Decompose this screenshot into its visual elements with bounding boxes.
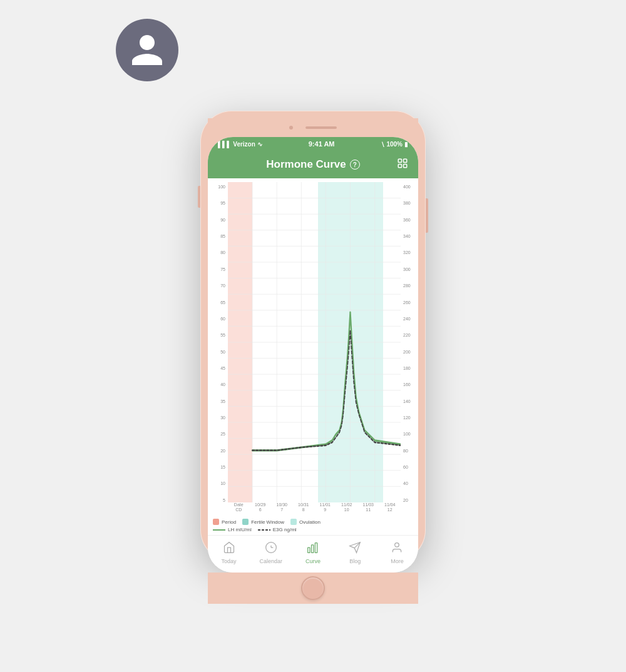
legend-fertile: Fertile Window <box>242 519 284 525</box>
status-left: ▌▌▌ Verizon ∿ <box>218 141 262 148</box>
period-swatch <box>213 519 219 525</box>
x-label-1104: 11/0412 <box>379 502 401 513</box>
phone-device: ▌▌▌ Verizon ∿ 9:41 AM ∖ 100% ▮ Hormone C… <box>200 111 426 561</box>
legend-lh: LH mIU/ml <box>213 527 252 532</box>
signal-bars: ▌▌▌ <box>218 141 231 148</box>
chart-area: 10095908580 7570656055 5045403530 252015… <box>208 178 418 535</box>
lh-label: LH mIU/ml <box>228 527 252 532</box>
phone-screen: ▌▌▌ Verizon ∿ 9:41 AM ∖ 100% ▮ Hormone C… <box>208 137 418 573</box>
avatar <box>116 19 178 81</box>
app-title-group: Hormone Curve ? <box>266 158 360 171</box>
calendar-label: Calendar <box>260 558 283 564</box>
wifi-icon: ∿ <box>257 141 262 148</box>
hormone-chart-svg <box>228 182 401 502</box>
svg-point-35 <box>395 543 399 547</box>
calendar-icon <box>265 541 277 557</box>
x-label-1030: 10/307 <box>271 502 293 513</box>
status-time: 9:41 AM <box>309 140 335 148</box>
share-button[interactable] <box>397 158 408 172</box>
fertile-swatch <box>242 519 249 525</box>
fertile-label: Fertile Window <box>251 519 284 525</box>
legend-ovulation: Ovulation <box>290 519 321 525</box>
ovulation-label: Ovulation <box>299 519 321 525</box>
nav-today[interactable]: Today <box>208 541 250 564</box>
legend-row-1: Period Fertile Window Ovulation <box>213 519 413 525</box>
x-label-1029: 10/296 <box>250 502 272 513</box>
carrier-name: Verizon <box>233 141 255 148</box>
home-button[interactable] <box>301 576 325 600</box>
status-right: ∖ 100% ▮ <box>381 141 408 148</box>
more-label: More <box>391 558 404 564</box>
y-axis-right: 400380360340320 300280260240220 20018016… <box>401 182 418 516</box>
lh-line-swatch <box>213 529 225 531</box>
x-label-1101: 11/019 <box>314 502 336 513</box>
svg-rect-34 <box>315 543 317 553</box>
e3g-label: E3G ng/ml <box>273 527 297 532</box>
legend-row-2: LH mIU/ml E3G ng/ml <box>213 527 413 532</box>
chart-legend: Period Fertile Window Ovulation LH mIU/m… <box>208 516 418 535</box>
x-axis: DateCD 10/296 10/307 10/318 11/019 <box>228 502 401 516</box>
svg-rect-33 <box>312 545 314 553</box>
nav-calendar[interactable]: Calendar <box>250 541 292 564</box>
nav-blog[interactable]: Blog <box>334 541 376 564</box>
chart-wrapper: 10095908580 7570656055 5045403530 252015… <box>208 182 418 516</box>
svg-rect-1 <box>404 159 407 162</box>
x-label-1031: 10/318 <box>293 502 315 513</box>
legend-period: Period <box>213 519 236 525</box>
home-button-area <box>208 573 418 604</box>
nav-more[interactable]: More <box>376 541 418 564</box>
nav-curve[interactable]: Curve <box>292 541 334 564</box>
status-bar: ▌▌▌ Verizon ∿ 9:41 AM ∖ 100% ▮ <box>208 137 418 151</box>
svg-rect-3 <box>404 164 407 167</box>
help-icon: ? <box>353 161 357 168</box>
home-icon <box>223 541 235 557</box>
bluetooth-icon: ∖ <box>381 141 384 148</box>
lh-curve-line <box>252 312 401 451</box>
front-camera <box>289 126 293 130</box>
period-label: Period <box>222 519 236 525</box>
curve-icon <box>307 541 319 557</box>
more-icon <box>391 541 403 557</box>
blog-label: Blog <box>349 558 361 564</box>
help-button[interactable]: ? <box>350 160 360 170</box>
today-label: Today <box>222 558 237 564</box>
x-label-1103: 11/0311 <box>357 502 379 513</box>
curve-label: Curve <box>305 558 321 564</box>
x-label-1102: 11/0210 <box>336 502 358 513</box>
legend-e3g: E3G ng/ml <box>258 527 297 532</box>
blog-icon <box>349 541 361 557</box>
chart-content: DateCD 10/296 10/307 10/318 11/019 <box>228 182 401 516</box>
app-titlebar: Hormone Curve ? <box>208 151 418 178</box>
svg-rect-32 <box>308 547 310 552</box>
ovulation-swatch <box>290 519 297 525</box>
top-sensor-area <box>208 118 418 137</box>
x-label-header: DateCD <box>228 502 250 513</box>
y-axis-left: 10095908580 7570656055 5045403530 252015… <box>208 182 228 516</box>
app-title-text: Hormone Curve <box>266 158 346 171</box>
e3g-line-swatch <box>258 529 270 531</box>
earpiece-speaker <box>305 126 337 129</box>
svg-rect-0 <box>398 159 401 162</box>
bottom-nav: Today Calendar <box>208 535 418 573</box>
battery-level: 100% <box>386 141 403 148</box>
svg-rect-2 <box>398 164 401 167</box>
battery-icon: ▮ <box>404 141 408 148</box>
